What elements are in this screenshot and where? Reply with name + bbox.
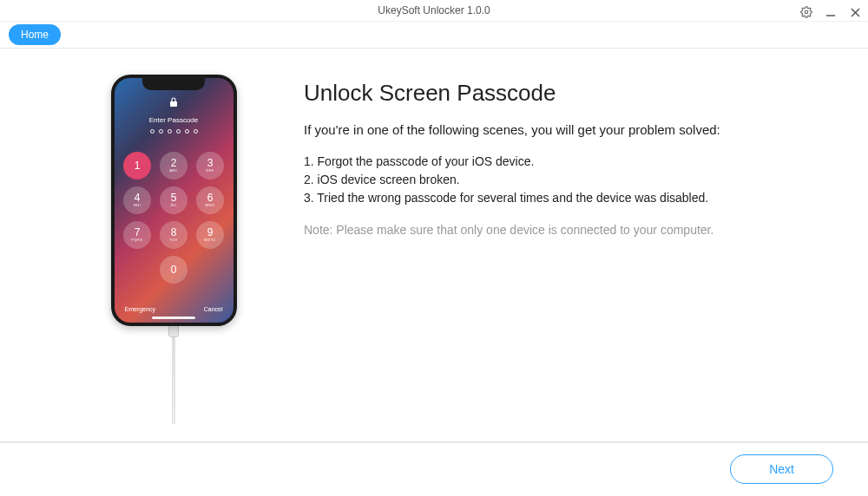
- key-1: 1: [123, 152, 151, 179]
- keypad: 1 2ABC 3DEF 4GHI 5JKL 6MNO 7PQRS 8TUV 9W…: [123, 152, 224, 284]
- key-6: 6MNO: [196, 186, 224, 214]
- window-title: UkeySoft Unlocker 1.0.0: [378, 4, 490, 16]
- scene-1: 1. Forgot the passcode of your iOS devic…: [304, 153, 833, 171]
- key-9: 9WXYZ: [196, 221, 224, 249]
- minimize-icon[interactable]: [825, 6, 837, 18]
- main-content: Enter Passcode 1 2ABC 3DEF 4GHI 5JKL 6MN…: [0, 48, 868, 442]
- next-button[interactable]: Next: [730, 454, 833, 484]
- cable-plug: [168, 325, 179, 337]
- titlebar: UkeySoft Unlocker 1.0.0: [0, 0, 868, 22]
- key-5: 5JKL: [160, 186, 187, 214]
- topbar: Home: [0, 22, 868, 48]
- svg-point-0: [805, 10, 808, 14]
- key-2: 2ABC: [160, 152, 187, 179]
- phone-notch: [142, 78, 205, 90]
- intro-text: If you're in one of the following scenes…: [304, 122, 833, 137]
- home-button[interactable]: Home: [9, 24, 61, 45]
- passcode-dots: [115, 129, 233, 134]
- cable-wire: [172, 337, 175, 424]
- phone-illustration-column: Enter Passcode 1 2ABC 3DEF 4GHI 5JKL 6MN…: [52, 75, 295, 424]
- text-column: Unlock Screen Passcode If you're in one …: [295, 75, 833, 424]
- key-4: 4GHI: [123, 186, 151, 214]
- note-text: Note: Please make sure that only one dev…: [304, 223, 833, 237]
- home-indicator: [152, 317, 195, 319]
- cable-illustration: [168, 326, 179, 424]
- phone-bottom-row: Emergency Cancel: [115, 306, 233, 312]
- lock-icon: [115, 97, 233, 109]
- window-controls: [800, 0, 861, 24]
- close-icon[interactable]: [849, 6, 861, 18]
- scene-list: 1. Forgot the passcode of your iOS devic…: [304, 153, 833, 207]
- emergency-label: Emergency: [125, 306, 155, 312]
- footer: Next: [0, 442, 868, 496]
- cancel-label: Cancel: [204, 306, 223, 312]
- phone-mockup: Enter Passcode 1 2ABC 3DEF 4GHI 5JKL 6MN…: [111, 75, 237, 326]
- enter-passcode-label: Enter Passcode: [115, 116, 233, 124]
- scene-3: 3. Tried the wrong passcode for several …: [304, 189, 833, 207]
- scene-2: 2. iOS device screen broken.: [304, 171, 833, 189]
- svg-rect-4: [170, 101, 177, 107]
- key-7: 7PQRS: [123, 221, 151, 249]
- key-3: 3DEF: [196, 152, 224, 179]
- lock-area: Enter Passcode: [115, 97, 233, 134]
- key-0: 0: [160, 256, 187, 284]
- key-8: 8TUV: [160, 221, 187, 249]
- page-heading: Unlock Screen Passcode: [304, 80, 833, 107]
- settings-icon[interactable]: [800, 6, 812, 18]
- phone-screen: Enter Passcode 1 2ABC 3DEF 4GHI 5JKL 6MN…: [115, 78, 233, 323]
